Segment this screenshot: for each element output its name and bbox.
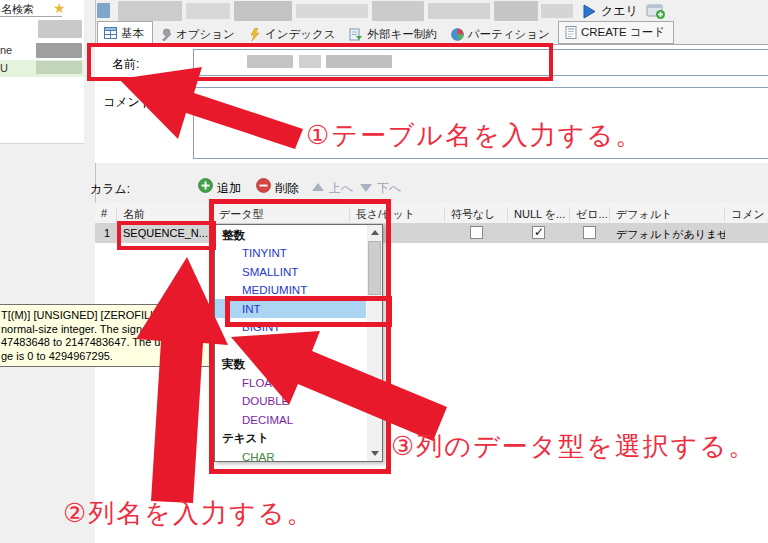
sidebar-search-underline xyxy=(0,16,62,17)
window-icon xyxy=(97,3,110,18)
blurred-tree-item[interactable] xyxy=(38,20,82,38)
move-down-label[interactable]: 下へ xyxy=(377,180,401,197)
tab-options-label: オプション xyxy=(176,27,235,42)
add-icon xyxy=(198,178,213,193)
header-null[interactable]: NULL を... xyxy=(508,207,570,222)
tab-indexes-label: インデックス xyxy=(265,27,336,42)
tab-indexes[interactable]: インデックス xyxy=(243,24,344,44)
columns-label: カラム: xyxy=(90,181,130,198)
header-default[interactable]: デフォルト xyxy=(610,207,725,222)
wrench-icon xyxy=(159,28,172,41)
tooltip-line: ge is 0 to 4294967295. xyxy=(1,350,228,364)
blurred-tree-item[interactable] xyxy=(36,61,82,74)
row-num: 1 xyxy=(98,227,117,239)
header-comment[interactable]: コメント xyxy=(725,207,768,222)
tree-item-partial-text: U xyxy=(0,62,8,74)
unsigned-checkbox[interactable] xyxy=(470,226,483,239)
code-page-icon xyxy=(565,26,577,39)
blurred-toolbar-item[interactable] xyxy=(234,1,292,21)
blurred-toolbar-item[interactable] xyxy=(541,4,573,18)
tooltip-line: 47483648 to 2147483647. The unsigned xyxy=(1,336,228,350)
highlight-box-table-name xyxy=(87,43,553,81)
move-up-icon[interactable] xyxy=(312,183,324,191)
remove-column-label[interactable]: 削除 xyxy=(275,180,299,197)
sidebar-search-label[interactable]: 名検索 xyxy=(1,2,34,17)
comment-label: コメント: xyxy=(103,94,155,111)
tab-options[interactable]: オプション xyxy=(153,24,243,44)
tab-basic[interactable]: 基本 xyxy=(97,21,153,44)
remove-icon xyxy=(256,178,271,193)
tab-foreign-keys[interactable]: 外部キー制約 xyxy=(343,24,444,44)
move-down-icon[interactable] xyxy=(360,184,372,192)
table-icon xyxy=(104,27,117,39)
header-name[interactable]: 名前 xyxy=(117,207,213,222)
annotation-step1: ①テーブル名を入力する。 xyxy=(306,118,643,153)
blurred-toolbar-item[interactable] xyxy=(186,3,230,19)
tooltip-line: normal-size integer. The signed range is… xyxy=(1,323,228,337)
tooltip-line: T[(M)] [UNSIGNED] [ZEROFILL] xyxy=(1,309,228,323)
header-unsigned[interactable]: 符号なし xyxy=(445,207,508,222)
tab-basic-label: 基本 xyxy=(121,26,144,41)
highlight-box-column-name xyxy=(117,221,216,250)
foreign-key-icon xyxy=(349,28,363,41)
favorite-star-icon[interactable]: ★ xyxy=(53,0,66,16)
datatype-tooltip: T[(M)] [UNSIGNED] [ZEROFILL] normal-size… xyxy=(0,304,232,367)
zerofill-checkbox[interactable] xyxy=(583,226,596,239)
blurred-toolbar-item[interactable] xyxy=(428,3,490,19)
remove-column-button[interactable] xyxy=(256,178,271,197)
blurred-toolbar-item[interactable] xyxy=(118,1,182,21)
tab-create-code[interactable]: CREATE コード xyxy=(558,21,674,44)
null-checkbox[interactable] xyxy=(532,226,545,239)
pie-chart-icon xyxy=(451,28,464,41)
blurred-toolbar-item[interactable] xyxy=(372,1,424,21)
tab-foreign-keys-label: 外部キー制約 xyxy=(367,27,436,42)
blurred-toolbar-item[interactable] xyxy=(494,1,538,21)
add-column-button[interactable] xyxy=(198,178,213,197)
play-icon xyxy=(583,4,596,19)
columns-grid xyxy=(95,203,768,543)
blurred-tree-item[interactable] xyxy=(36,43,82,58)
tree-item-partial-text[interactable]: ne xyxy=(0,44,12,56)
blurred-toolbar-item[interactable] xyxy=(296,4,368,18)
highlight-box-int xyxy=(225,296,392,327)
annotation-step2: ②列名を入力する。 xyxy=(63,496,314,531)
add-column-label[interactable]: 追加 xyxy=(217,180,241,197)
header-num[interactable]: # xyxy=(95,207,117,222)
query-tab[interactable]: クエリ xyxy=(583,1,638,21)
tab-partitions-label: パーティション xyxy=(468,27,550,42)
table-editor-tabs: 基本 オプション インデックス 外部キー制約 パーティション xyxy=(97,24,674,44)
header-zerofill[interactable]: ゼロ... xyxy=(570,207,610,222)
row-default-cell[interactable]: デフォルトがありません xyxy=(610,227,725,242)
tab-create-code-label: CREATE コード xyxy=(581,25,665,40)
move-up-label[interactable]: 上へ xyxy=(329,180,353,197)
tab-partitions[interactable]: パーティション xyxy=(445,24,558,44)
query-tab-label: クエリ xyxy=(601,3,638,20)
annotation-step3: ③列のデータ型を選択する。 xyxy=(391,429,756,464)
sidebar-panel: 名検索 ★ ne U xyxy=(0,0,85,144)
lightning-icon xyxy=(249,28,261,41)
highlight-box-datatype-list xyxy=(209,199,391,474)
